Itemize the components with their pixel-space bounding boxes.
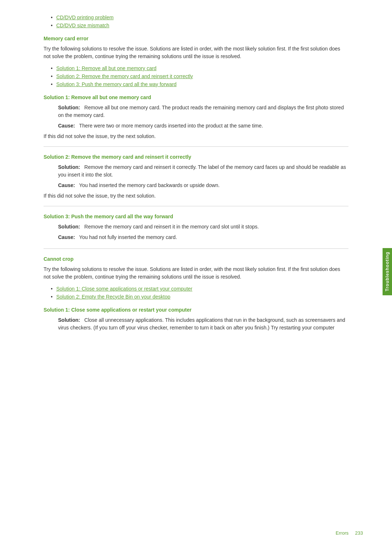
solution2-solution-label: Solution: — [58, 164, 80, 170]
memory-card-error-intro: Try the following solutions to resolve t… — [44, 45, 348, 60]
solution1-cause-text: Cause: There were two or more memory car… — [58, 122, 348, 130]
solution3-cause-label: Cause: — [58, 234, 75, 240]
solution2-cause-label: Cause: — [58, 182, 75, 188]
divider-1 — [44, 146, 348, 147]
solution3-section: Solution 3: Push the memory card all the… — [44, 214, 348, 241]
cd-dvd-printing-link[interactable]: CD/DVD printing problem — [56, 15, 114, 20]
memory-card-sol-link-2[interactable]: Solution 2: Remove the memory card and r… — [51, 73, 348, 79]
cannot-crop-solution-links: Solution 1: Close some applications or r… — [51, 286, 348, 300]
solution3-solution-text: Solution: Remove the memory card and rei… — [58, 223, 348, 231]
top-link-1[interactable]: CD/DVD printing problem — [51, 15, 348, 20]
cannot-crop-solution1-heading: Solution 1: Close some applications or r… — [44, 307, 348, 313]
cannot-crop-solution1-label: Solution: — [58, 317, 80, 323]
side-tab-label: Troubleshooting — [385, 252, 390, 291]
cannot-crop-heading: Cannot crop — [44, 256, 348, 262]
cannot-crop-sol-link-2[interactable]: Solution 2: Empty the Recycle Bin on you… — [51, 294, 348, 300]
solution3-solution-label: Solution: — [58, 224, 80, 230]
memory-card-solution-links: Solution 1: Remove all but one memory ca… — [51, 65, 348, 87]
solution1-solution-body: Remove all but one memory card. The prod… — [58, 105, 344, 118]
solution1-solution-label: Solution: — [58, 105, 80, 110]
cannot-crop-solution1-section: Solution 1: Close some applications or r… — [44, 307, 348, 332]
solution2-cause-text: Cause: You had inserted the memory card … — [58, 182, 348, 189]
footer-page-number: 233 — [355, 530, 363, 536]
cannot-crop-sol-link-1[interactable]: Solution 1: Close some applications or r… — [51, 286, 348, 292]
memory-card-error-section: Memory card error Try the following solu… — [44, 36, 348, 87]
side-tab: Troubleshooting — [383, 248, 392, 295]
cannot-crop-solution1-block: Solution: Close all unnecessary applicat… — [58, 316, 348, 332]
solution1-section: Solution 1: Remove all but one memory ca… — [44, 94, 348, 139]
solution3-cause-text: Cause: You had not fully inserted the me… — [58, 234, 348, 241]
cannot-crop-solution1-text: Solution: Close all unnecessary applicat… — [58, 316, 348, 332]
divider-3 — [44, 248, 348, 249]
solution2-cause-body: You had inserted the memory card backwar… — [79, 182, 220, 188]
memory-card-sol1-link[interactable]: Solution 1: Remove all but one memory ca… — [56, 65, 156, 71]
solution1-heading: Solution 1: Remove all but one memory ca… — [44, 94, 348, 100]
solution3-solution-body: Remove the memory card and reinsert it i… — [84, 224, 259, 230]
divider-2 — [44, 206, 348, 206]
solution2-if-not-solved: If this did not solve the issue, try the… — [44, 193, 348, 199]
solution3-cause-body: You had not fully inserted the memory ca… — [79, 234, 177, 240]
footer-label: Errors — [336, 530, 348, 536]
solution1-cause-body: There were two or more memory cards inse… — [79, 123, 263, 129]
solution3-block: Solution: Remove the memory card and rei… — [58, 223, 348, 241]
solution1-solution-text: Solution: Remove all but one memory card… — [58, 104, 348, 119]
solution2-heading: Solution 2: Remove the memory card and r… — [44, 154, 348, 160]
memory-card-sol-link-3[interactable]: Solution 3: Push the memory card all the… — [51, 81, 348, 87]
solution2-section: Solution 2: Remove the memory card and r… — [44, 154, 348, 199]
solution3-heading: Solution 3: Push the memory card all the… — [44, 214, 348, 219]
page-footer: Errors 233 — [336, 530, 363, 536]
top-bullet-list: CD/DVD printing problem CD/DVD size mism… — [44, 15, 348, 28]
solution2-solution-text: Solution: Remove the memory card and rei… — [58, 163, 348, 179]
memory-card-sol-link-1[interactable]: Solution 1: Remove all but one memory ca… — [51, 65, 348, 71]
cannot-crop-sol2-link[interactable]: Solution 2: Empty the Recycle Bin on you… — [56, 294, 170, 300]
solution1-if-not-solved: If this did not solve the issue, try the… — [44, 133, 348, 139]
cannot-crop-solution1-body: Close all unnecessary applications. This… — [58, 317, 345, 331]
memory-card-sol2-link[interactable]: Solution 2: Remove the memory card and r… — [56, 73, 193, 79]
memory-card-sol3-link[interactable]: Solution 3: Push the memory card all the… — [56, 81, 177, 87]
solution1-cause-label: Cause: — [58, 123, 75, 129]
solution2-block: Solution: Remove the memory card and rei… — [58, 163, 348, 189]
cannot-crop-section: Cannot crop Try the following solutions … — [44, 256, 348, 300]
memory-card-error-heading: Memory card error — [44, 36, 348, 41]
cannot-crop-intro: Try the following solutions to resolve t… — [44, 266, 348, 281]
solution1-block: Solution: Remove all but one memory card… — [58, 104, 348, 130]
top-link-2[interactable]: CD/DVD size mismatch — [51, 23, 348, 28]
cannot-crop-sol1-link[interactable]: Solution 1: Close some applications or r… — [56, 286, 192, 292]
solution2-solution-body: Remove the memory card and reinsert it c… — [58, 164, 346, 178]
cd-dvd-size-link[interactable]: CD/DVD size mismatch — [56, 23, 109, 28]
